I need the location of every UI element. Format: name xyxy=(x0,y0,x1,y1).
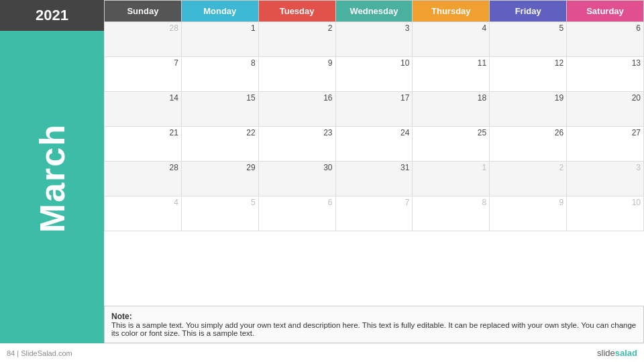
day-number: 2 xyxy=(492,163,564,172)
calendar-day: 21 xyxy=(105,127,182,162)
calendar-day: 28 xyxy=(105,162,182,196)
header-wednesday: Wednesday xyxy=(335,1,413,22)
calendar-week-4: 28293031123 xyxy=(105,162,644,196)
day-number: 28 xyxy=(107,163,178,172)
calendar-day: 10 xyxy=(567,196,644,231)
calendar-week-1: 78910111213 xyxy=(105,57,644,92)
calendar-day: 6 xyxy=(258,196,335,231)
day-number: 24 xyxy=(339,128,410,137)
calendar-day: 12 xyxy=(490,57,567,92)
calendar-day: 25 xyxy=(413,127,490,162)
day-number: 30 xyxy=(262,163,333,172)
day-number: 9 xyxy=(262,58,333,68)
calendar-day: 2 xyxy=(258,22,335,57)
calendar-day: 1 xyxy=(413,162,490,196)
day-number: 10 xyxy=(570,198,641,207)
footer-page: 84 | SlideSalad.com xyxy=(7,349,72,357)
sidebar: 2021 March xyxy=(0,0,104,343)
day-number: 2 xyxy=(262,23,333,33)
day-number: 7 xyxy=(339,198,410,207)
calendar-day: 8 xyxy=(413,196,490,231)
day-number: 4 xyxy=(107,198,178,207)
day-number: 18 xyxy=(415,93,486,103)
calendar-day: 4 xyxy=(413,22,490,57)
calendar-day: 5 xyxy=(181,196,258,231)
header-friday: Friday xyxy=(490,1,567,22)
day-number: 3 xyxy=(570,163,641,172)
day-number: 1 xyxy=(184,23,256,33)
calendar-week-2: 14151617181920 xyxy=(105,92,644,127)
calendar-day: 13 xyxy=(567,57,644,92)
calendar-day: 9 xyxy=(258,57,335,92)
day-number: 10 xyxy=(339,58,410,68)
note-box: Note: This is a sample text. You simply … xyxy=(104,306,644,343)
calendar-day: 11 xyxy=(413,57,490,92)
day-number: 6 xyxy=(262,198,333,207)
calendar-day: 4 xyxy=(105,196,182,231)
calendar-table: SundayMondayTuesdayWednesdayThursdayFrid… xyxy=(104,0,644,231)
calendar-day: 18 xyxy=(413,92,490,127)
header-sunday: Sunday xyxy=(105,1,182,22)
calendar-day: 31 xyxy=(335,162,413,196)
calendar-day: 22 xyxy=(181,127,258,162)
calendar-day: 27 xyxy=(567,127,644,162)
calendar-day: 9 xyxy=(490,196,567,231)
calendar-table-wrapper: SundayMondayTuesdayWednesdayThursdayFrid… xyxy=(104,0,644,302)
day-number: 4 xyxy=(415,23,486,33)
calendar-area: SundayMondayTuesdayWednesdayThursdayFrid… xyxy=(104,0,644,343)
year-box: 2021 xyxy=(0,0,104,31)
day-number: 5 xyxy=(492,23,564,33)
calendar-day: 14 xyxy=(105,92,182,127)
calendar-day: 23 xyxy=(258,127,335,162)
calendar-day: 3 xyxy=(335,22,413,57)
day-number: 1 xyxy=(415,163,486,172)
calendar-day: 7 xyxy=(335,196,413,231)
header-monday: Monday xyxy=(181,1,258,22)
day-number: 17 xyxy=(339,93,410,103)
day-number: 27 xyxy=(570,128,641,137)
calendar-day: 7 xyxy=(105,57,182,92)
month-label: March xyxy=(32,123,72,233)
day-number: 8 xyxy=(415,198,486,207)
day-number: 9 xyxy=(492,198,564,207)
calendar-day: 30 xyxy=(258,162,335,196)
day-number: 28 xyxy=(107,23,178,33)
calendar-day: 2 xyxy=(490,162,567,196)
day-number: 20 xyxy=(570,93,641,103)
calendar-day: 19 xyxy=(490,92,567,127)
calendar-day: 15 xyxy=(181,92,258,127)
main-content: 2021 March SundayMondayTuesdayWednesdayT… xyxy=(0,0,644,343)
calendar-week-0: 28123456 xyxy=(105,22,644,57)
calendar-day: 28 xyxy=(105,22,182,57)
day-number: 5 xyxy=(184,198,256,207)
calendar-day: 20 xyxy=(567,92,644,127)
calendar-week-5: 45678910 xyxy=(105,196,644,231)
footer: 84 | SlideSalad.com slidesalad xyxy=(0,343,644,362)
day-number: 25 xyxy=(415,128,486,137)
calendar-day: 24 xyxy=(335,127,413,162)
note-text: This is a sample text. You simply add yo… xyxy=(111,321,636,337)
calendar-week-3: 21222324252627 xyxy=(105,127,644,162)
day-number: 31 xyxy=(339,163,410,172)
note-label: Note: xyxy=(111,312,132,321)
brand-slide: slide xyxy=(597,348,615,358)
header-saturday: Saturday xyxy=(567,1,644,22)
day-number: 15 xyxy=(184,93,256,103)
calendar-day: 10 xyxy=(335,57,413,92)
day-number: 21 xyxy=(107,128,178,137)
day-number: 19 xyxy=(492,93,564,103)
day-number: 11 xyxy=(415,58,486,68)
footer-brand: slidesalad xyxy=(597,348,637,358)
day-number: 16 xyxy=(262,93,333,103)
calendar-day: 16 xyxy=(258,92,335,127)
day-number: 7 xyxy=(107,58,178,68)
calendar-day: 6 xyxy=(567,22,644,57)
calendar-day: 29 xyxy=(181,162,258,196)
day-number: 3 xyxy=(339,23,410,33)
calendar-day: 8 xyxy=(181,57,258,92)
calendar-day: 17 xyxy=(335,92,413,127)
calendar-day: 5 xyxy=(490,22,567,57)
day-number: 14 xyxy=(107,93,178,103)
calendar-day: 26 xyxy=(490,127,567,162)
day-number: 12 xyxy=(492,58,564,68)
